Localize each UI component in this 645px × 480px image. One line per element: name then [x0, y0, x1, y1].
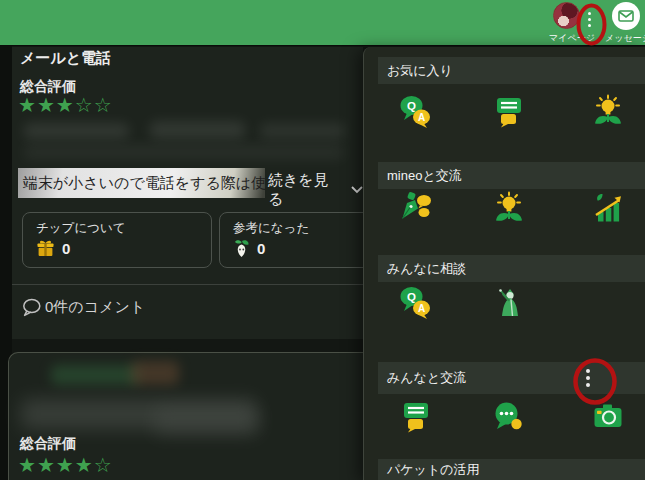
svg-text:A: A — [418, 112, 425, 123]
section-packets: パケットの活用 — [378, 459, 645, 480]
menu-item-staff-blog[interactable] — [398, 191, 434, 227]
blurred-badge-placeholder — [131, 361, 179, 385]
app-header: マイページ メッセージ — [0, 0, 645, 46]
blurred-text-placeholder — [260, 123, 345, 139]
header-more-menu-button[interactable] — [588, 12, 592, 30]
exchange-icon-row — [364, 399, 645, 435]
section-more-menu-button[interactable] — [583, 369, 593, 393]
consult-icon-row: Q A — [364, 285, 645, 321]
user-avatar[interactable] — [553, 2, 580, 29]
section-exchange: みんなと交流 — [378, 362, 645, 394]
section-favorites: お気に入り — [378, 57, 645, 84]
messages-label: メッセージ — [603, 32, 645, 45]
pen-blog-icon — [398, 191, 434, 227]
review-card: メールと電話 総合評価 ★★★☆☆ 端末が小さいので電話をする際は使いや 続きを… — [12, 47, 363, 339]
comments-row[interactable]: 0件のコメント — [12, 285, 363, 339]
camera-icon — [590, 399, 626, 435]
radish-mascot-icon — [231, 238, 252, 259]
svg-text:Q: Q — [407, 100, 416, 112]
helpful-label: 参考になった — [233, 220, 309, 237]
menu-item-idea-farm-2[interactable] — [491, 191, 527, 227]
review-page: メールと電話 総合評価 ★★★☆☆ 端末が小さいので電話をする際は使いや 続きを… — [0, 46, 363, 480]
selected-review-text[interactable]: 端末が小さいので電話をする際は使いや — [18, 168, 265, 198]
blurred-text-placeholder — [154, 407, 259, 435]
read-more-label: 続きを見る — [268, 171, 344, 209]
blurred-text-placeholder — [150, 121, 245, 139]
helpful-count: 0 — [257, 240, 265, 257]
idea-plant-icon — [491, 191, 527, 227]
envelope-icon — [618, 10, 634, 22]
qa-icon: Q A — [398, 94, 434, 130]
community-menu-panel: お気に入り Q A — [363, 47, 645, 480]
chevron-down-icon — [351, 186, 363, 194]
idea-plant-icon — [590, 94, 626, 130]
favorites-icon-row: Q A — [364, 94, 645, 130]
tip-label: チップについて — [36, 220, 126, 237]
next-review-card: 総合評価 ★★★★☆ — [8, 352, 364, 480]
menu-item-boards-2[interactable] — [398, 399, 434, 435]
wizard-icon — [491, 285, 527, 321]
comments-count-label: 0件のコメント — [45, 298, 145, 317]
qa-icon: Q A — [398, 285, 434, 321]
svg-text:A: A — [418, 303, 425, 314]
star-rating: ★★★☆☆ — [18, 94, 113, 116]
svg-text:Q: Q — [407, 291, 416, 303]
menu-item-qa-consult[interactable]: Q A — [398, 285, 434, 321]
menu-item-idea-farm[interactable] — [590, 94, 626, 130]
mineo-icon-row — [364, 191, 645, 227]
mypage-label: マイページ — [547, 32, 597, 45]
helpful-box[interactable]: 参考になった 0 — [219, 212, 379, 268]
menu-item-chat[interactable] — [491, 399, 527, 435]
read-more-button[interactable]: 続きを見る — [268, 171, 363, 209]
star-rating-2: ★★★★☆ — [18, 454, 113, 476]
tip-box[interactable]: チップについて 0 — [22, 212, 212, 268]
menu-item-king-room[interactable] — [491, 285, 527, 321]
menu-item-photos[interactable] — [590, 399, 626, 435]
comment-bubble-icon — [22, 298, 42, 317]
section-consult: みんなに相談 — [378, 255, 645, 282]
section-mineo: mineoと交流 — [378, 162, 645, 189]
chat-boards-icon — [491, 94, 527, 130]
gift-icon — [36, 239, 55, 258]
tip-count: 0 — [62, 240, 70, 257]
chart-growth-icon — [590, 191, 626, 227]
screen: マイページ メッセージ メールと電話 総合評価 ★★★☆☆ 端末が小さいので電話… — [0, 0, 645, 480]
chat-boards-icon — [398, 399, 434, 435]
review-title: メールと電話 — [20, 49, 111, 68]
menu-item-reports[interactable] — [590, 191, 626, 227]
messages-button[interactable] — [612, 2, 640, 30]
menu-item-qa[interactable]: Q A — [398, 94, 434, 130]
menu-item-boards[interactable] — [491, 94, 527, 130]
round-chat-icon — [491, 399, 527, 435]
blurred-text-placeholder — [24, 144, 344, 160]
overall-rating-label-2: 総合評価 — [20, 435, 76, 453]
blurred-text-placeholder — [24, 123, 129, 139]
blurred-avatar-placeholder — [51, 365, 139, 385]
